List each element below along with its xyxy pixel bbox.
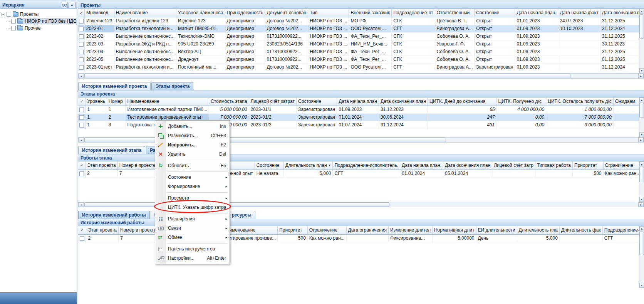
- tree-item[interactable]: НИОКР по ГОЗ без НДС: [2, 18, 76, 25]
- row-checkbox-cell[interactable]: [78, 48, 85, 55]
- cell[interactable]: [492, 170, 535, 177]
- cell[interactable]: Магнит ПМ085-01: [176, 25, 225, 32]
- menu-item[interactable]: Настройки...Alt+Enter: [156, 254, 229, 263]
- cell[interactable]: Технология-ЭМС: [176, 32, 225, 40]
- cell[interactable]: 4 000 000,00: [496, 106, 546, 113]
- row-checkbox[interactable]: [79, 115, 84, 120]
- row-checkbox[interactable]: [79, 65, 84, 70]
- column-header[interactable]: Этап проекта: [86, 161, 117, 170]
- cell[interactable]: Демопример: [225, 48, 265, 55]
- cell[interactable]: [559, 234, 602, 242]
- row-checkbox-cell[interactable]: [78, 106, 86, 113]
- cell[interactable]: 247: [428, 113, 496, 121]
- row-checkbox[interactable]: [79, 171, 84, 176]
- column-header[interactable]: Нормативная длит: [432, 226, 476, 234]
- cell[interactable]: 01.09.2023: [515, 40, 558, 48]
- column-header[interactable]: Типовая работа: [535, 161, 572, 170]
- menu-item[interactable]: УдалитьDel: [156, 149, 229, 159]
- scroll-down-button[interactable]: [639, 283, 644, 288]
- cell[interactable]: Изготовление опытной партии ПМ0...: [126, 106, 209, 113]
- collapse-expander-icon[interactable]: −: [2, 13, 5, 16]
- check-column-header[interactable]: ✓: [78, 226, 86, 234]
- column-header[interactable]: Тип: [308, 9, 349, 17]
- cell[interactable]: Демопример: [225, 25, 265, 32]
- scroll-right-button[interactable]: [638, 138, 644, 142]
- cell[interactable]: Виноградова А...: [435, 25, 475, 32]
- cell[interactable]: 3 000 000,00: [546, 121, 614, 129]
- horizontal-scrollbar[interactable]: [78, 73, 644, 79]
- tab-project-stages[interactable]: Этапы проекта: [151, 82, 193, 90]
- cell[interactable]: Открыт: [475, 48, 515, 55]
- row-checkbox[interactable]: [79, 57, 84, 62]
- cell[interactable]: Разработка технологии и...: [114, 63, 176, 71]
- table-row[interactable]: 2023-04Выполнение опытно-конс...Вектор-А…: [78, 48, 644, 55]
- cell[interactable]: 2023-01/3: [249, 121, 297, 129]
- cell[interactable]: 01.09.2023: [515, 25, 558, 32]
- scroll-left-button[interactable]: [79, 202, 84, 207]
- cell[interactable]: [558, 55, 600, 63]
- cell[interactable]: 017310000922...: [265, 32, 308, 40]
- cell[interactable]: МО РФ: [349, 17, 392, 25]
- scroll-right-button[interactable]: [638, 202, 644, 207]
- column-header[interactable]: Принадлежность: [225, 9, 265, 17]
- column-header[interactable]: Номер в проекте: [118, 226, 158, 234]
- cell[interactable]: Виноградова А...: [435, 63, 475, 71]
- tab-project-history[interactable]: История изменений проекта: [78, 82, 151, 90]
- scroll-thumb[interactable]: [84, 202, 389, 207]
- column-header[interactable]: Длительность фак: [559, 226, 602, 234]
- cell[interactable]: 1 000 000,00: [546, 106, 614, 113]
- cell[interactable]: Демопример: [225, 40, 265, 48]
- cell[interactable]: Фиксированна...: [388, 234, 432, 242]
- menu-item[interactable]: Состояние▸: [156, 173, 229, 182]
- scroll-thumb[interactable]: [639, 167, 644, 182]
- column-header[interactable]: Этап проекта: [86, 226, 118, 234]
- menu-item[interactable]: Размножить...Ctrl+F3: [156, 131, 229, 140]
- search-button[interactable]: [61, 2, 68, 8]
- column-header[interactable]: Стоимость этапа: [209, 97, 249, 106]
- column-header[interactable]: Дата начала факт: [558, 9, 600, 17]
- cell[interactable]: [558, 40, 600, 48]
- menu-item[interactable]: Просмотр▸: [156, 193, 229, 203]
- cell[interactable]: 2023-01/2: [249, 113, 297, 121]
- row-checkbox-cell[interactable]: [78, 25, 85, 32]
- cell[interactable]: 2023-01/1: [249, 106, 297, 113]
- cell[interactable]: 10.10.2023: [558, 25, 600, 32]
- cell[interactable]: [558, 32, 600, 40]
- row-checkbox-cell[interactable]: [78, 55, 85, 63]
- cell[interactable]: Договор №202...: [265, 63, 308, 71]
- cell[interactable]: 30.11.2023: [600, 40, 641, 48]
- cell[interactable]: Соболева О. А.: [435, 32, 475, 40]
- cell[interactable]: 2023-04: [85, 48, 114, 55]
- cell[interactable]: Выполнение опытно-конс...: [114, 55, 176, 63]
- row-checkbox-cell[interactable]: [78, 40, 85, 48]
- tree-node[interactable]: Проекты: [12, 11, 40, 17]
- column-header[interactable]: Подразделение-и: [602, 226, 644, 234]
- cell[interactable]: Открыт: [475, 17, 515, 25]
- scroll-up-button[interactable]: [639, 9, 644, 14]
- cell[interactable]: СГК: [392, 40, 435, 48]
- cell[interactable]: [558, 63, 600, 71]
- scroll-thumb[interactable]: [84, 74, 570, 78]
- cell[interactable]: Разработка ЭКД и РКД н...: [114, 40, 176, 48]
- cell[interactable]: 2023-01: [85, 25, 114, 32]
- table-row[interactable]: Изделие123Разработка изделия 123Изделие-…: [78, 17, 644, 25]
- scroll-up-button[interactable]: [639, 97, 644, 102]
- scroll-thumb[interactable]: [84, 138, 446, 142]
- scroll-thumb[interactable]: [639, 14, 644, 39]
- cell[interactable]: 1: [86, 113, 107, 121]
- cell[interactable]: 5,00000: [432, 234, 476, 242]
- cell[interactable]: [558, 48, 600, 55]
- cell[interactable]: НИОКР по ГОЗ ...: [308, 25, 349, 32]
- column-header[interactable]: ЦИТК. Дней до окончания: [428, 97, 496, 106]
- cell[interactable]: 3: [107, 121, 126, 129]
- column-header[interactable]: ЦИТК. Получено д/с: [496, 97, 546, 106]
- cell[interactable]: СГК: [392, 17, 435, 25]
- cell[interactable]: [535, 170, 572, 177]
- cell[interactable]: Зарегистрирован: [297, 121, 337, 129]
- scroll-thumb[interactable]: [639, 232, 644, 255]
- row-checkbox-cell[interactable]: [78, 113, 86, 121]
- scroll-left-button[interactable]: [79, 138, 84, 142]
- cell[interactable]: ФА_Техн_Рег_...: [349, 55, 392, 63]
- column-header[interactable]: Подразделение-исполнитель.: [333, 161, 400, 170]
- column-header[interactable]: Приоритет: [278, 226, 308, 234]
